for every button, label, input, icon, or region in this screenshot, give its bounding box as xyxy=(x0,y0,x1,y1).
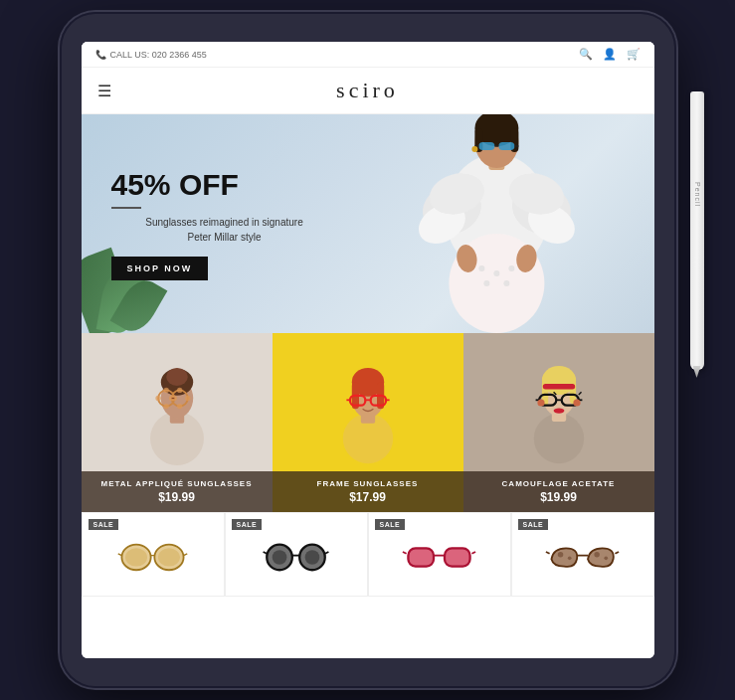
category-frame[interactable]: FRAME SUNGLASSES $17.99 xyxy=(273,333,463,512)
svg-point-8 xyxy=(478,265,484,271)
hero-desc-line2: Peter Millar style xyxy=(188,232,262,243)
svg-point-10 xyxy=(508,265,514,271)
ipad-device: 📞 CALL US: 020 2366 455 🔍 👤 🛒 ☰ sciro xyxy=(60,12,676,688)
svg-rect-90 xyxy=(445,548,470,566)
header: ☰ sciro xyxy=(82,68,654,114)
svg-point-37 xyxy=(177,388,182,393)
user-icon[interactable]: 👤 xyxy=(603,48,617,61)
cat-price-1: $19.99 xyxy=(92,490,263,504)
svg-point-77 xyxy=(125,548,147,566)
glasses-svg-2 xyxy=(259,541,333,573)
top-bar-right: 🔍 👤 🛒 xyxy=(579,48,641,61)
product-image-4 xyxy=(520,529,645,584)
hero-divider xyxy=(111,207,141,209)
logo: sciro xyxy=(336,78,399,103)
svg-line-66 xyxy=(578,392,581,395)
svg-point-23 xyxy=(471,146,477,152)
sale-badge-3: SALE xyxy=(375,519,406,530)
product-image-1 xyxy=(91,529,216,584)
search-icon[interactable]: 🔍 xyxy=(579,48,593,61)
svg-point-98 xyxy=(604,556,608,560)
svg-point-34 xyxy=(163,404,168,409)
product-card-1[interactable]: SALE xyxy=(82,512,225,597)
svg-point-67 xyxy=(553,408,564,413)
glasses-svg-3 xyxy=(402,541,476,573)
category-camouflage[interactable]: CAMOUFLAGE ACETATE $19.99 xyxy=(463,333,654,512)
product-card-4[interactable]: SALE xyxy=(511,512,654,597)
svg-line-94 xyxy=(471,551,475,553)
cat-name-2: FRAME SUNGLASSES xyxy=(282,479,454,488)
phone-number: CALL US: 020 2366 455 xyxy=(110,50,207,60)
svg-line-75 xyxy=(118,553,122,555)
svg-point-11 xyxy=(483,280,489,286)
svg-point-38 xyxy=(177,404,182,409)
sale-badge-1: SALE xyxy=(89,519,119,530)
cat-svg-1 xyxy=(132,338,222,467)
categories-section: METAL APPLIQUÉ SUNGLASSES $19.99 xyxy=(82,333,654,512)
ipad-frame: 📞 CALL US: 020 2366 455 🔍 👤 🛒 ☰ sciro xyxy=(60,12,676,688)
hero-discount: 45% OFF xyxy=(111,168,338,201)
cat-overlay-1: METAL APPLIQUÉ SUNGLASSES $19.99 xyxy=(82,471,273,512)
sale-badge-2: SALE xyxy=(232,519,263,530)
cat-svg-3 xyxy=(514,338,604,467)
svg-point-33 xyxy=(163,388,168,393)
svg-line-84 xyxy=(264,551,268,553)
cat-price-3: $19.99 xyxy=(473,490,644,504)
svg-point-87 xyxy=(305,550,320,565)
model-svg xyxy=(339,114,654,333)
top-bar-left: 📞 CALL US: 020 2366 455 xyxy=(95,50,207,60)
svg-rect-88 xyxy=(408,548,434,566)
product-card-3[interactable]: SALE xyxy=(368,512,511,597)
svg-point-35 xyxy=(155,396,160,401)
glasses-svg-4 xyxy=(545,541,620,573)
cat-model-3 xyxy=(463,333,654,472)
svg-point-12 xyxy=(503,280,509,286)
svg-point-69 xyxy=(573,399,580,406)
svg-point-96 xyxy=(568,556,572,560)
product-image-3 xyxy=(377,529,502,584)
svg-point-68 xyxy=(537,399,544,406)
svg-rect-18 xyxy=(478,142,494,150)
svg-rect-19 xyxy=(498,142,514,150)
svg-line-93 xyxy=(403,551,407,553)
svg-line-101 xyxy=(615,551,619,553)
top-bar: 📞 CALL US: 020 2366 455 🔍 👤 🛒 xyxy=(82,42,654,68)
product-card-2[interactable]: SALE xyxy=(225,512,368,597)
svg-line-76 xyxy=(184,553,188,555)
hero-model xyxy=(339,114,654,333)
apple-pencil xyxy=(690,91,704,370)
hero-text-area: 45% OFF Sunglasses reimagined in signatu… xyxy=(82,148,368,300)
hero-banner: 45% OFF Sunglasses reimagined in signatu… xyxy=(82,114,654,333)
cat-overlay-2: FRAME SUNGLASSES $17.99 xyxy=(273,471,463,512)
shop-now-button[interactable]: SHOP NOW xyxy=(111,257,209,280)
category-metal-applique[interactable]: METAL APPLIQUÉ SUNGLASSES $19.99 xyxy=(82,333,273,512)
cat-model-2 xyxy=(273,333,463,472)
cat-name-3: CAMOUFLAGE ACETATE xyxy=(473,479,644,488)
svg-point-40 xyxy=(185,396,190,401)
cat-overlay-3: CAMOUFLAGE ACETATE $19.99 xyxy=(463,471,654,512)
svg-point-97 xyxy=(594,551,599,556)
cart-icon[interactable]: 🛒 xyxy=(627,48,641,61)
svg-rect-59 xyxy=(542,384,574,389)
hero-description: Sunglasses reimagined in signature Peter… xyxy=(111,215,338,245)
sale-badge-4: SALE xyxy=(518,519,549,530)
glasses-svg-1 xyxy=(115,541,190,573)
ipad-screen: 📞 CALL US: 020 2366 455 🔍 👤 🛒 ☰ sciro xyxy=(82,42,654,658)
svg-point-78 xyxy=(158,548,180,566)
svg-line-85 xyxy=(325,551,329,553)
svg-point-9 xyxy=(493,270,499,276)
cat-svg-2 xyxy=(323,338,413,467)
cat-name-1: METAL APPLIQUÉ SUNGLASSES xyxy=(92,479,263,488)
hero-desc-line1: Sunglasses reimagined in signature xyxy=(145,217,302,228)
svg-point-95 xyxy=(558,551,563,556)
cat-model-1 xyxy=(82,333,273,472)
svg-point-86 xyxy=(273,550,287,565)
screen-content: 📞 CALL US: 020 2366 455 🔍 👤 🛒 ☰ sciro xyxy=(82,42,654,658)
product-image-2 xyxy=(234,529,359,584)
product-grid: SALE xyxy=(82,512,654,597)
svg-line-100 xyxy=(546,551,550,553)
phone-icon: 📞 xyxy=(95,50,106,60)
svg-point-30 xyxy=(166,368,188,386)
menu-button[interactable]: ☰ xyxy=(97,82,111,100)
cat-price-2: $17.99 xyxy=(282,490,454,504)
